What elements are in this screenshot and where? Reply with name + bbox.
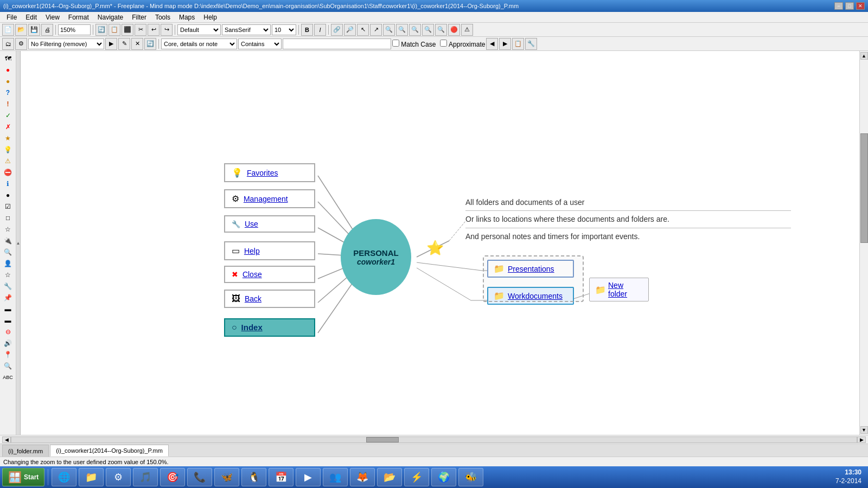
vscroll-left[interactable]: ▲ [16,51,21,435]
filter-apply[interactable]: ▶ [105,38,117,50]
filter-select[interactable]: No Filtering (remove) [28,38,104,49]
sidebar-btn-star2[interactable]: ☆ [2,224,15,235]
sidebar-btn-star3[interactable]: ☆ [2,269,15,280]
help-label[interactable]: Help [244,247,260,255]
sidebar-btn-pin2[interactable]: 📍 [2,349,15,360]
sidebar-btn-red[interactable]: ● [2,65,15,75]
start-button[interactable]: 🪟 Start [2,468,44,486]
save-btn[interactable]: 💾 [28,24,40,36]
close-button[interactable]: ✕ [856,2,865,10]
center-node[interactable]: PERSONAL coworker1 [341,219,411,295]
vscroll-up[interactable]: ▲ [860,52,868,60]
tool1[interactable]: 🔄 [95,24,107,36]
menu-item-maps[interactable]: Maps [175,12,199,22]
sidebar-btn-check-green[interactable]: ✓ [2,110,15,121]
menu-item-navigate[interactable]: Navigate [93,12,127,22]
icon4[interactable]: ↗ [370,24,382,36]
taskbar-app2[interactable]: 📞 [187,468,212,486]
icon10[interactable]: 🔴 [448,24,460,36]
sidebar-btn-redsym[interactable]: ⊖ [2,326,15,337]
italic-btn[interactable]: I [314,24,326,36]
sidebar-btn-bar2[interactable]: ▬ [2,315,15,326]
hscroll-left-btn[interactable]: ◀ [2,436,11,443]
taskbar-explorer[interactable]: 📂 [377,468,402,486]
filter-del[interactable]: ✕ [131,38,143,50]
icon9[interactable]: 🔍 [435,24,447,36]
taskbar-filezilla[interactable]: ⚡ [404,468,429,486]
back-label[interactable]: Back [245,294,261,303]
taskbar-settings[interactable]: ⚙ [106,468,131,486]
search-input[interactable] [283,38,391,49]
icon11[interactable]: ⚠ [461,24,473,36]
sidebar-btn-exclaim[interactable]: ! [2,99,15,110]
taskbar-app1[interactable]: 🎯 [160,468,185,486]
filter-icon[interactable]: 🗂 [2,38,14,50]
tool4[interactable]: ✂ [135,24,146,36]
vscroll-right[interactable]: ▲ ▼ [859,51,868,435]
sidebar-btn-pin[interactable]: 📌 [2,292,15,303]
star-badge[interactable]: ⭐ [426,240,444,256]
taskbar-app7[interactable]: 👥 [323,468,348,486]
sidebar-btn-bar1[interactable]: ▬ [2,304,15,314]
sidebar-btn-search[interactable]: 🔍 [2,247,15,258]
new-btn[interactable]: 📄 [2,24,14,36]
sidebar-btn-bulb[interactable]: 💡 [2,144,15,155]
sidebar-btn-square[interactable]: □ [2,213,15,223]
sidebar-btn-wrench[interactable]: 🔧 [2,281,15,292]
style-select[interactable]: Default [177,24,221,35]
icon3[interactable]: ↖ [357,24,369,36]
menu-item-view[interactable]: View [41,12,64,22]
use-label[interactable]: Use [245,220,258,228]
sidebar-btn-checkbox[interactable]: ☑ [2,201,15,212]
hscroll-thumb[interactable] [366,437,399,442]
node-newfolder[interactable]: 📁 Newfolder [589,278,649,301]
match-case-checkbox[interactable] [392,40,399,47]
menu-item-tools[interactable]: Tools [151,12,175,22]
taskbar-firefox[interactable]: 🦊 [350,468,375,486]
approximate-checkbox[interactable] [440,40,447,47]
font-select[interactable]: SansSerif [222,24,271,35]
taskbar-ie[interactable]: 🌐 [52,468,76,486]
node-index[interactable]: ○ Index [224,318,315,337]
menu-item-edit[interactable]: Edit [21,12,41,22]
management-label[interactable]: Management [244,195,288,203]
size-select[interactable]: 10 [272,24,296,35]
newfolder-label[interactable]: Newfolder [608,281,627,298]
scope-select[interactable]: Core, details or note [161,38,237,49]
node-help[interactable]: ▭ Help [224,241,315,260]
node-presentations[interactable]: 📁 Presentations [487,260,574,278]
node-use[interactable]: 🔧 Use [224,215,315,233]
redo-btn[interactable]: ↪ [161,24,173,36]
tool2[interactable]: 📋 [108,24,120,36]
icon2[interactable]: 🔎 [344,24,356,36]
icon8[interactable]: 🔍 [422,24,434,36]
sidebar-btn-zoom[interactable]: 🔍 [2,361,15,371]
workdocuments-label[interactable]: Workdocuments [508,292,563,300]
node-close[interactable]: ✖ Close [224,266,315,283]
undo-btn[interactable]: ↩ [148,24,159,36]
sidebar-btn-stop[interactable]: ⛔ [2,167,15,178]
menu-item-file[interactable]: File [2,12,21,22]
sidebar-btn-abc[interactable]: ABC [2,372,15,383]
sidebar-btn-plug[interactable]: 🔌 [2,235,15,246]
search-next[interactable]: ▶ [499,38,511,50]
sidebar-btn-yellow[interactable]: ● [2,76,15,87]
icon7[interactable]: 🔍 [409,24,421,36]
icon6[interactable]: 🔍 [396,24,408,36]
hscroll-right-btn[interactable]: ▶ [857,436,866,443]
zoom-input[interactable] [58,24,91,35]
sidebar-btn-star[interactable]: ★ [2,133,15,144]
taskbar-app5[interactable]: 📅 [269,468,293,486]
node-favorites[interactable]: 💡 Favorites [224,163,315,182]
taskbar-media[interactable]: 🎵 [133,468,158,486]
vscroll-down[interactable]: ▼ [860,426,868,434]
sidebar-btn-question[interactable]: ? [2,87,15,98]
favorites-label[interactable]: Favorites [247,169,278,177]
open-btn[interactable]: 📂 [15,24,27,36]
index-label[interactable]: Index [241,323,263,332]
sidebar-btn-dot[interactable]: ● [2,190,15,201]
node-workdocuments[interactable]: 📁 Workdocuments [487,287,574,305]
sidebar-btn-cross[interactable]: ✗ [2,121,15,132]
maximize-button[interactable]: □ [845,2,854,10]
menu-item-filter[interactable]: Filter [127,12,151,22]
